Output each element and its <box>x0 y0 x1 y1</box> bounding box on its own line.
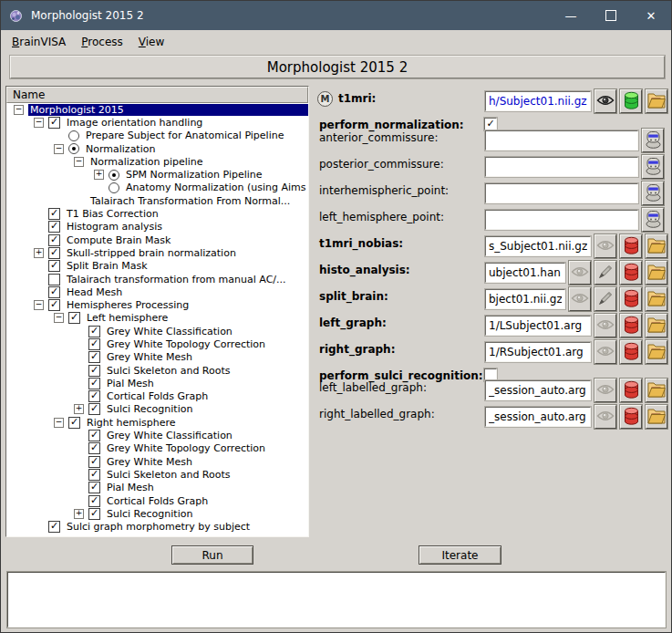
tree-checkbox[interactable]: ✓ <box>88 326 100 337</box>
tree-item[interactable]: −Normalization pipeline <box>6 155 308 168</box>
viewer-eye-icon-button[interactable] <box>569 287 591 311</box>
tree-item[interactable]: Talairach Transformation From Normal... <box>6 194 308 207</box>
collapse-icon[interactable]: − <box>14 105 24 115</box>
tree-checkbox[interactable]: ✓ <box>88 482 100 493</box>
tree-item[interactable]: ✓Split Brain Mask <box>6 260 308 273</box>
tree-item[interactable]: ✓T1 Bias Correction <box>6 207 308 220</box>
tree-item[interactable]: +✓Skull-stripped brain normalization <box>6 246 308 259</box>
database-icon-button[interactable] <box>620 405 642 429</box>
maximize-button[interactable] <box>591 1 631 30</box>
tree-item[interactable]: Talairach transformation from manual AC/… <box>6 273 308 285</box>
menu-item-process[interactable]: Process <box>81 36 123 48</box>
tree-item[interactable]: ✓Sulci Skeleton and Roots <box>6 364 308 377</box>
browse-folder-icon-button[interactable] <box>646 379 667 402</box>
collapse-icon[interactable]: − <box>54 313 64 323</box>
browse-folder-icon-button[interactable] <box>646 340 667 364</box>
viewer-eye-icon-button[interactable] <box>594 379 616 402</box>
close-button[interactable]: ✕ <box>631 1 671 30</box>
browse-folder-icon-button[interactable] <box>646 89 667 113</box>
t1mri-input[interactable] <box>485 91 591 111</box>
right_labelled_graph-input[interactable] <box>485 407 591 427</box>
tree-checkbox[interactable]: ✓ <box>48 521 60 533</box>
tree-radio[interactable] <box>109 170 119 181</box>
collapse-icon[interactable]: − <box>74 157 84 167</box>
tree-checkbox[interactable] <box>48 274 60 285</box>
browse-folder-icon-button[interactable] <box>646 234 667 258</box>
tree-checkbox[interactable]: ✓ <box>48 260 60 272</box>
tree-checkbox[interactable]: ✓ <box>48 247 60 259</box>
tree-item[interactable]: +✓Sulci Recognition <box>6 507 308 520</box>
right_graph-input[interactable] <box>485 342 591 362</box>
collapse-icon[interactable]: − <box>54 418 64 428</box>
tree-checkbox[interactable]: ✓ <box>88 378 100 389</box>
tree-item[interactable]: ✓Grey White Topology Correction <box>6 442 308 455</box>
left_graph-input[interactable] <box>485 316 591 336</box>
select-point-icon-button[interactable] <box>642 182 664 205</box>
iterate-button[interactable]: Iterate <box>419 545 501 565</box>
viewer-eye-icon-button[interactable] <box>594 314 616 337</box>
tree-item[interactable]: Prepare Subject for Anatomical Pipeline <box>6 130 308 142</box>
tree-checkbox[interactable]: ✓ <box>88 390 100 402</box>
tree-item[interactable]: ✓Sulci graph morphometry by subject <box>6 521 308 534</box>
tree-item[interactable]: −✓Image orientation handling <box>6 116 308 129</box>
tree-item[interactable]: ✓Pial Mesh <box>6 482 308 494</box>
tree-checkbox[interactable]: ✓ <box>88 495 100 507</box>
histo_analysis-input[interactable] <box>485 263 565 283</box>
expand-icon[interactable]: + <box>74 509 84 519</box>
tree-item[interactable]: ✓Pial Mesh <box>6 377 308 389</box>
tree-item[interactable]: +✓Sulci Recognition <box>6 403 308 416</box>
interhemispheric_point-input[interactable] <box>485 183 638 203</box>
browse-folder-icon-button[interactable] <box>646 261 667 285</box>
tree-checkbox[interactable]: ✓ <box>48 299 60 311</box>
select-point-icon-button[interactable] <box>642 155 664 179</box>
tree-item[interactable]: −✓Left hemisphere <box>6 312 308 325</box>
tree-checkbox[interactable]: ✓ <box>68 312 80 324</box>
viewer-eye-icon-button[interactable] <box>594 405 616 429</box>
browse-folder-icon-button[interactable] <box>646 314 667 337</box>
select-point-icon-button[interactable] <box>642 208 664 232</box>
tree-item[interactable]: ✓Grey White Classification <box>6 429 308 441</box>
tree-checkbox[interactable]: ✓ <box>88 365 100 377</box>
minimize-button[interactable]: — <box>551 1 591 30</box>
database-icon-button[interactable] <box>620 287 642 311</box>
tree-checkbox[interactable]: ✓ <box>88 442 100 454</box>
tree-item[interactable]: −✓Hemispheres Processing <box>6 298 308 311</box>
tree-item[interactable]: ✓Cortical Folds Graph <box>6 390 308 403</box>
database-icon-button[interactable] <box>620 234 642 258</box>
tree-item[interactable]: ✓Grey White Mesh <box>6 455 308 468</box>
tree-checkbox[interactable]: ✓ <box>68 417 80 429</box>
split_brain-input[interactable] <box>485 289 565 309</box>
tree-checkbox[interactable]: ✓ <box>88 430 100 441</box>
menu-item-brainvisa[interactable]: BrainVISA <box>12 36 66 48</box>
collapse-icon[interactable]: − <box>34 300 44 310</box>
tree-item[interactable]: −Normalization <box>6 142 308 155</box>
tree-checkbox[interactable]: ✓ <box>88 456 100 468</box>
anterior_commissure-input[interactable] <box>485 130 638 150</box>
menu-item-view[interactable]: View <box>139 36 164 48</box>
viewer-eye-icon-button[interactable] <box>594 89 616 113</box>
tree-item[interactable]: ✓Cortical Folds Graph <box>6 494 308 507</box>
database-icon-button[interactable] <box>620 340 642 364</box>
tree-checkbox[interactable]: ✓ <box>48 234 60 246</box>
tree-item[interactable]: +SPM Normalization Pipeline <box>6 168 308 181</box>
tree-radio[interactable] <box>68 143 79 154</box>
edit-pencil-icon-button[interactable] <box>594 287 616 311</box>
tree-radio[interactable] <box>109 182 119 193</box>
tree-checkbox[interactable]: ✓ <box>88 469 100 481</box>
tree-item[interactable]: −Morphologist 2015 <box>6 103 308 116</box>
tree-checkbox[interactable]: ✓ <box>88 508 100 520</box>
tree-item[interactable]: ✓Grey White Topology Correction <box>6 337 308 350</box>
run-button[interactable]: Run <box>171 545 253 565</box>
expand-icon[interactable]: + <box>94 170 104 180</box>
edit-pencil-icon-button[interactable] <box>594 261 616 285</box>
collapse-icon[interactable]: − <box>34 118 44 128</box>
database-icon-button[interactable] <box>620 261 642 285</box>
tree-item[interactable]: Anatomy Normalization (using Aims <box>6 182 308 194</box>
left_hemisphere_point-input[interactable] <box>485 210 638 230</box>
expand-icon[interactable]: + <box>74 404 84 414</box>
database-write-icon-button[interactable] <box>620 89 642 113</box>
tree-radio[interactable] <box>68 130 79 141</box>
browse-folder-icon-button[interactable] <box>646 287 667 311</box>
tree-checkbox[interactable]: ✓ <box>88 351 100 363</box>
posterior_commissure-input[interactable] <box>485 157 638 177</box>
